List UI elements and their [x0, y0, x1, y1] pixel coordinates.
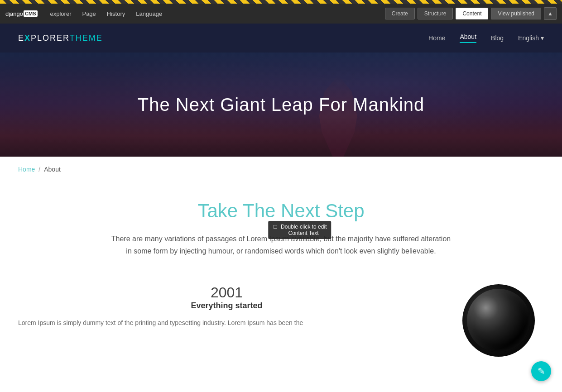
chevron-down-icon: ▾: [541, 34, 544, 42]
create-button[interactable]: Create: [385, 8, 415, 19]
toolbar-nav-page[interactable]: Page: [80, 10, 97, 17]
timeline-left: 2001 Everything started Lorem Ipsum is s…: [18, 284, 435, 328]
timeline-subtitle: Everything started: [18, 301, 435, 311]
hero-figure: [311, 75, 365, 157]
section-body: There are many variations of passages of…: [109, 233, 453, 257]
cms-logo-django: django: [5, 10, 23, 17]
toolbar-right: Create Structure Content View published …: [385, 7, 557, 20]
logo-plorer: PLORER: [31, 33, 70, 43]
site-logo: EXPLORERTHEME: [18, 33, 103, 43]
language-selector[interactable]: English ▾: [518, 34, 544, 42]
logo-x: X: [24, 33, 31, 43]
breadcrumb-home[interactable]: Home: [18, 166, 35, 173]
logo-theme: THEME: [70, 33, 103, 43]
nav-home[interactable]: Home: [428, 34, 445, 42]
timeline-image: [462, 284, 535, 357]
site-nav: Home About Blog English ▾: [428, 33, 544, 43]
hero-banner: The Next Giant Leap For Mankind: [0, 53, 562, 157]
timeline-section: 2001 Everything started Lorem Ipsum is s…: [0, 266, 562, 375]
timeline-text: Lorem Ipsum is simply dummy text of the …: [18, 318, 435, 328]
site-header: EXPLORERTHEME Home About Blog English ▾: [0, 24, 562, 53]
breadcrumb-separator: /: [38, 166, 40, 173]
cms-toolbar: django CMS explorer Page History Languag…: [0, 4, 562, 24]
hero-title: The Next Giant Leap For Mankind: [138, 95, 425, 115]
nav-blog[interactable]: Blog: [491, 34, 504, 42]
toolbar-nav-history[interactable]: History: [105, 10, 127, 17]
breadcrumb-current: About: [44, 166, 61, 173]
logo-e: E: [18, 33, 24, 43]
scroll-up-button[interactable]: ▲: [544, 7, 557, 20]
toolbar-nav-language[interactable]: Language: [134, 10, 164, 17]
chat-icon: ✎: [538, 366, 545, 375]
content-button[interactable]: Content: [456, 8, 488, 19]
toolbar-nav-explorer[interactable]: explorer: [48, 10, 73, 17]
main-section: Take The Next Step Double-click to edit …: [0, 182, 562, 266]
tooltip-line1: Double-click to edit: [281, 224, 327, 230]
timeline-year: 2001: [18, 284, 435, 301]
warning-bar: [0, 0, 562, 4]
breadcrumb: Home / About: [0, 157, 562, 182]
structure-button[interactable]: Structure: [418, 8, 453, 19]
cms-logo-cms: CMS: [24, 10, 37, 17]
section-title: Take The Next Step: [197, 200, 364, 222]
view-published-button[interactable]: View published: [491, 8, 541, 19]
nav-about[interactable]: About: [460, 33, 476, 43]
section-title-wrapper: Take The Next Step Double-click to edit …: [197, 200, 364, 233]
cms-logo[interactable]: django CMS: [5, 10, 38, 17]
timeline-right: [453, 284, 544, 357]
language-label: English: [518, 34, 539, 42]
